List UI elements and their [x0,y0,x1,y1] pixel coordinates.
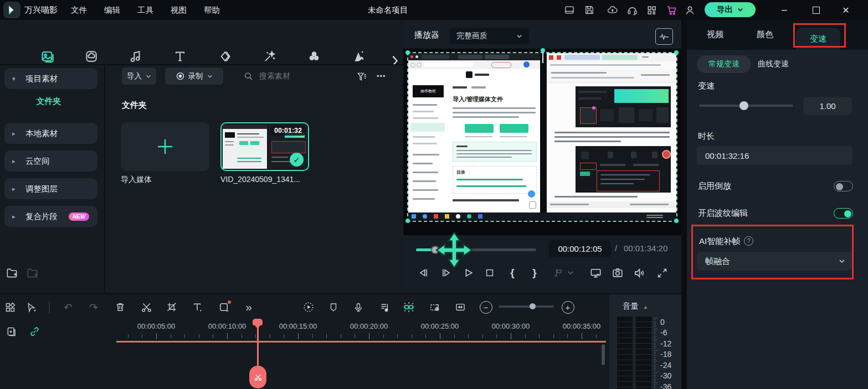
zoom-in-icon[interactable]: + [560,299,576,315]
sidebar-item-adjustment-layer[interactable]: ▸ 调整图层 [4,178,97,199]
menu-help[interactable]: 帮助 [204,5,220,15]
window-close-button[interactable]: × [839,3,853,17]
playhead-handle[interactable] [253,319,263,325]
mark-in-button[interactable]: { [504,264,521,281]
record-dot-icon [176,72,184,80]
transform-handle[interactable] [405,219,410,223]
playhead-split-button[interactable] [249,366,266,388]
volume-speaker-button[interactable] [631,264,648,281]
audio-mixer-icon[interactable] [377,299,392,315]
stop-button[interactable] [481,264,498,281]
delete-icon[interactable] [112,299,128,315]
import-button[interactable]: 导入 [122,68,156,85]
render-preview-icon[interactable] [301,299,316,315]
media-browser-toggle-icon[interactable] [2,299,18,315]
timeline-ruler[interactable]: :00:00 00:00:05:00 00:00:10:00 00:00:15:… [114,321,607,341]
mark-out-button[interactable]: } [526,264,543,281]
transform-handle[interactable] [405,50,410,55]
player-seek-bar[interactable] [416,248,536,251]
import-media-card[interactable] [121,122,209,171]
marker-chevron-icon[interactable] [565,264,576,281]
timeline-scrollbar[interactable] [602,344,605,365]
voiceover-mic-icon[interactable] [351,299,366,315]
mask-tool-icon[interactable] [216,299,232,315]
tab-color[interactable]: 颜色 [757,29,773,40]
store-cart-icon[interactable] [665,4,677,16]
sidebar-item-project-media[interactable]: ▾ 项目素材 [4,68,97,89]
clip-name-label: VID_20240509_1341... [220,175,300,184]
account-user-icon[interactable] [684,4,696,16]
speed-value-input[interactable]: 1.00 [803,97,852,115]
undo-icon[interactable]: ↶ [60,299,76,315]
menu-file[interactable]: 文件 [71,5,87,15]
uniform-speed-tab[interactable]: 常规变速 [697,55,751,73]
smart-cut-icon[interactable] [401,299,417,315]
support-headset-icon[interactable] [626,4,638,16]
marker-icon[interactable] [326,299,341,315]
previous-frame-button[interactable] [415,264,432,281]
delete-folder-icon[interactable] [26,267,39,279]
ai-interpolation-label: AI智能补帧? [699,236,753,247]
tab-video[interactable]: 视频 [707,29,723,40]
search-icon [244,71,253,81]
crop-icon[interactable] [164,299,179,315]
apps-grid-icon[interactable] [645,4,658,16]
filter-icon[interactable] [356,71,368,82]
menu-tools[interactable]: 工具 [137,5,153,15]
text-tool-icon[interactable] [189,299,205,315]
speed-slider[interactable] [699,105,793,107]
auto-fit-timeline-icon[interactable] [453,299,468,315]
notification-dot [228,300,231,304]
record-button[interactable]: 录制 [165,68,223,85]
menu-edit[interactable]: 编辑 [104,5,120,15]
volume-meter-title[interactable]: 音量 ▴ [623,301,647,312]
sidebar-item-cloud-space[interactable]: ▸ 云空间 [4,151,97,172]
select-tool-icon[interactable] [23,299,39,315]
interpolation-dropdown[interactable]: 帧融合 [697,252,852,271]
speed-slider-handle[interactable] [739,101,748,110]
audio-meter-toggle-button[interactable] [655,28,673,45]
zoom-out-icon[interactable]: − [478,299,494,315]
search-input[interactable] [258,71,338,81]
ripple-edit-toggle[interactable] [834,208,853,219]
more-tools-icon[interactable]: » [241,299,256,315]
mirror-display-button[interactable] [587,264,604,281]
playback-quality-dropdown[interactable]: 完整画质 [450,28,529,44]
clip-thumbnail[interactable]: 00:01:32 ✓ [220,122,309,171]
snapshot-camera-button[interactable] [609,264,626,281]
redo-icon[interactable]: ↷ [86,299,101,315]
add-track-icon[interactable] [6,326,17,338]
duration-input[interactable]: 00:01:32:16 [697,146,852,165]
speed-ramping-tab[interactable]: 曲线变速 [758,59,789,69]
rotate-handle[interactable] [541,48,545,53]
jump-to-marker-icon[interactable] [549,264,566,281]
clip-selected-check-icon: ✓ [290,153,304,167]
sidebar-item-compound-clip[interactable]: ▸ 复合片段 NEW [4,206,97,227]
new-badge: NEW [69,212,89,221]
save-icon[interactable] [583,4,595,16]
more-options-icon[interactable]: ••• [377,72,386,80]
new-folder-icon[interactable] [6,267,18,279]
transform-handle[interactable] [674,219,679,223]
sidebar-item-folder[interactable]: 文件夹 [0,96,97,107]
export-button[interactable]: 导出 [705,2,756,17]
panel-layout-icon[interactable] [563,4,576,16]
transform-handle[interactable] [674,50,679,55]
reverse-toggle[interactable] [834,181,853,191]
fullscreen-button[interactable] [654,264,670,281]
transitions-icon [201,48,248,65]
help-icon[interactable]: ? [744,236,753,246]
split-scissors-icon[interactable] [138,299,154,315]
cloud-sync-icon[interactable] [606,4,618,16]
keyframe-record-icon[interactable] [427,299,443,315]
link-clips-icon[interactable] [29,326,40,338]
zoom-slider-handle[interactable] [530,303,536,309]
timeline-zoom-slider[interactable] [499,305,554,308]
window-minimize-button[interactable]: – [777,3,792,17]
sidebar-item-local-media[interactable]: ▸ 本地素材 [4,123,97,144]
menu-view[interactable]: 视图 [171,5,187,15]
filmora-app-window: 万兴喵影 文件 编辑 工具 视图 帮助 未命名项目 导出 – × [0,0,868,389]
tab-speed[interactable]: 变速 [796,28,840,50]
import-media-label: 导入媒体 [121,175,152,185]
window-maximize-button[interactable] [809,3,823,17]
